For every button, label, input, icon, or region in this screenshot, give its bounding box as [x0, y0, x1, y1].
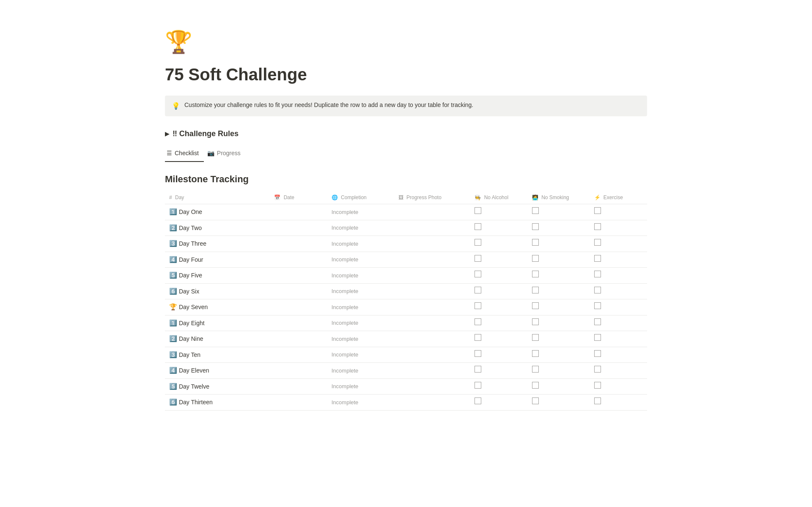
row-day-cell-9[interactable]: 3️⃣ Day Ten: [165, 347, 270, 363]
row-smoking-cell-1[interactable]: [528, 220, 590, 236]
row-exercise-cell-9[interactable]: [590, 347, 647, 363]
row-smoking-checkbox-12[interactable]: [532, 397, 539, 404]
row-alcohol-checkbox-8[interactable]: [475, 334, 481, 341]
row-day-cell-3[interactable]: 4️⃣ Day Four: [165, 252, 270, 268]
row-date-cell-2[interactable]: [270, 236, 327, 252]
row-alcohol-cell-1[interactable]: [470, 220, 527, 236]
row-alcohol-cell-3[interactable]: [470, 252, 527, 268]
row-exercise-checkbox-11[interactable]: [594, 382, 601, 389]
row-date-cell-7[interactable]: [270, 315, 327, 331]
row-exercise-cell-10[interactable]: [590, 363, 647, 379]
row-smoking-cell-7[interactable]: [528, 315, 590, 331]
row-alcohol-cell-10[interactable]: [470, 363, 527, 379]
row-exercise-checkbox-3[interactable]: [594, 255, 601, 262]
row-smoking-checkbox-0[interactable]: [532, 207, 539, 214]
row-smoking-cell-5[interactable]: [528, 283, 590, 299]
row-exercise-checkbox-7[interactable]: [594, 318, 601, 325]
row-smoking-cell-6[interactable]: [528, 299, 590, 315]
row-exercise-checkbox-1[interactable]: [594, 223, 601, 230]
row-alcohol-checkbox-4[interactable]: [475, 271, 481, 277]
row-smoking-cell-2[interactable]: [528, 236, 590, 252]
row-alcohol-checkbox-2[interactable]: [475, 239, 481, 246]
row-smoking-cell-9[interactable]: [528, 347, 590, 363]
row-smoking-checkbox-3[interactable]: [532, 255, 539, 262]
row-day-cell-0[interactable]: 1️⃣ Day One: [165, 204, 270, 220]
row-smoking-cell-0[interactable]: [528, 204, 590, 220]
row-date-cell-5[interactable]: [270, 283, 327, 299]
row-smoking-checkbox-7[interactable]: [532, 318, 539, 325]
row-alcohol-cell-11[interactable]: [470, 378, 527, 395]
row-alcohol-checkbox-5[interactable]: [475, 287, 481, 293]
row-exercise-cell-12[interactable]: [590, 395, 647, 411]
row-smoking-cell-12[interactable]: [528, 395, 590, 411]
row-date-cell-1[interactable]: [270, 220, 327, 236]
row-smoking-checkbox-2[interactable]: [532, 239, 539, 246]
row-exercise-checkbox-6[interactable]: [594, 302, 601, 309]
row-alcohol-checkbox-12[interactable]: [475, 397, 481, 404]
row-day-cell-6[interactable]: 🏆 Day Seven: [165, 299, 270, 315]
row-alcohol-checkbox-1[interactable]: [475, 223, 481, 230]
row-alcohol-checkbox-3[interactable]: [475, 255, 481, 262]
row-date-cell-4[interactable]: [270, 268, 327, 284]
row-day-cell-12[interactable]: 6️⃣ Day Thirteen: [165, 395, 270, 411]
row-alcohol-cell-9[interactable]: [470, 347, 527, 363]
row-alcohol-cell-4[interactable]: [470, 268, 527, 284]
row-exercise-cell-5[interactable]: [590, 283, 647, 299]
row-smoking-checkbox-6[interactable]: [532, 302, 539, 309]
row-alcohol-cell-2[interactable]: [470, 236, 527, 252]
row-date-cell-11[interactable]: [270, 378, 327, 395]
challenge-rules-section[interactable]: ▶ ‼️ Challenge Rules: [165, 128, 647, 140]
tab-progress[interactable]: 📷 Progress: [206, 146, 246, 162]
row-alcohol-cell-0[interactable]: [470, 204, 527, 220]
row-day-cell-7[interactable]: 1️⃣ Day Eight: [165, 315, 270, 331]
row-alcohol-cell-7[interactable]: [470, 315, 527, 331]
row-alcohol-checkbox-0[interactable]: [475, 207, 481, 214]
row-alcohol-checkbox-9[interactable]: [475, 350, 481, 357]
row-alcohol-checkbox-10[interactable]: [475, 366, 481, 373]
row-date-cell-3[interactable]: [270, 252, 327, 268]
tab-checklist[interactable]: ☰ Checklist: [165, 146, 204, 162]
row-smoking-cell-10[interactable]: [528, 363, 590, 379]
row-exercise-checkbox-9[interactable]: [594, 350, 601, 357]
row-day-cell-11[interactable]: 5️⃣ Day Twelve: [165, 378, 270, 395]
row-day-cell-4[interactable]: 5️⃣ Day Five: [165, 268, 270, 284]
row-smoking-cell-11[interactable]: [528, 378, 590, 395]
row-exercise-cell-11[interactable]: [590, 378, 647, 395]
row-exercise-checkbox-8[interactable]: [594, 334, 601, 341]
row-alcohol-cell-5[interactable]: [470, 283, 527, 299]
row-exercise-checkbox-0[interactable]: [594, 207, 601, 214]
row-smoking-checkbox-9[interactable]: [532, 350, 539, 357]
row-smoking-checkbox-4[interactable]: [532, 271, 539, 277]
row-exercise-checkbox-10[interactable]: [594, 366, 601, 373]
row-exercise-cell-7[interactable]: [590, 315, 647, 331]
row-smoking-checkbox-10[interactable]: [532, 366, 539, 373]
row-alcohol-checkbox-11[interactable]: [475, 382, 481, 389]
row-smoking-cell-4[interactable]: [528, 268, 590, 284]
row-day-cell-5[interactable]: 6️⃣ Day Six: [165, 283, 270, 299]
row-smoking-cell-8[interactable]: [528, 331, 590, 347]
row-date-cell-6[interactable]: [270, 299, 327, 315]
row-alcohol-cell-6[interactable]: [470, 299, 527, 315]
row-exercise-cell-4[interactable]: [590, 268, 647, 284]
row-day-cell-10[interactable]: 4️⃣ Day Eleven: [165, 363, 270, 379]
row-exercise-checkbox-2[interactable]: [594, 239, 601, 246]
row-alcohol-cell-8[interactable]: [470, 331, 527, 347]
row-day-cell-8[interactable]: 2️⃣ Day Nine: [165, 331, 270, 347]
row-date-cell-9[interactable]: [270, 347, 327, 363]
row-date-cell-0[interactable]: [270, 204, 327, 220]
row-exercise-cell-1[interactable]: [590, 220, 647, 236]
row-day-cell-1[interactable]: 2️⃣ Day Two: [165, 220, 270, 236]
row-date-cell-10[interactable]: [270, 363, 327, 379]
row-smoking-checkbox-1[interactable]: [532, 223, 539, 230]
row-smoking-checkbox-8[interactable]: [532, 334, 539, 341]
row-exercise-checkbox-12[interactable]: [594, 397, 601, 404]
row-smoking-checkbox-5[interactable]: [532, 287, 539, 293]
row-day-cell-2[interactable]: 3️⃣ Day Three: [165, 236, 270, 252]
row-exercise-cell-0[interactable]: [590, 204, 647, 220]
row-smoking-checkbox-11[interactable]: [532, 382, 539, 389]
row-exercise-checkbox-4[interactable]: [594, 271, 601, 277]
row-exercise-cell-2[interactable]: [590, 236, 647, 252]
row-alcohol-checkbox-6[interactable]: [475, 302, 481, 309]
row-alcohol-checkbox-7[interactable]: [475, 318, 481, 325]
row-exercise-cell-3[interactable]: [590, 252, 647, 268]
